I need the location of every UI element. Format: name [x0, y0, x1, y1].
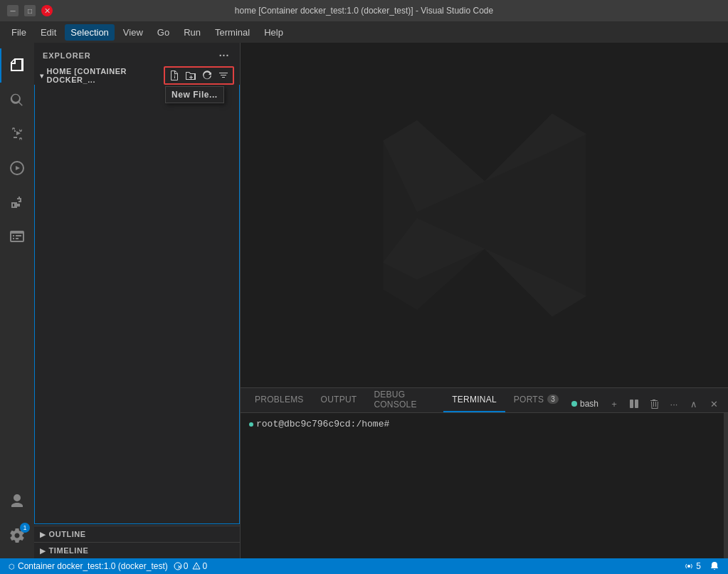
split-terminal-button[interactable]: [626, 395, 643, 412]
bash-label: bash: [567, 399, 603, 409]
tab-terminal[interactable]: TERMINAL: [443, 387, 505, 412]
warning-count: 0: [202, 561, 207, 571]
container-label: Container docker_test:1.0 (docker_test): [18, 561, 168, 571]
tree-root[interactable]: ▾ HOME [CONTAINER DOCKER_...: [34, 68, 240, 83]
prompt-dot: [249, 422, 253, 427]
menu-help[interactable]: Help: [258, 24, 289, 41]
bash-text: bash: [580, 399, 598, 409]
svg-rect-0: [630, 400, 633, 408]
explorer-tree: [34, 83, 240, 526]
notification-bell[interactable]: [707, 561, 722, 571]
svg-text:✕: ✕: [177, 564, 182, 570]
terminal-prompt: root@dbc9c796c9cd:/home#: [249, 419, 715, 429]
title-bar: ─ □ ✕ home [Container docker_test:1.0 (d…: [0, 0, 728, 21]
explorer-root-row: ▾ HOME [CONTAINER DOCKER_...: [34, 68, 240, 83]
editor-main: [241, 43, 728, 387]
menu-file[interactable]: File: [6, 24, 32, 41]
bash-status-dot: [571, 401, 577, 407]
main-area: 1 EXPLORER ··· ▾ HOME [CONTAINER DOCKER_…: [0, 43, 728, 558]
timeline-chevron: ▶: [40, 547, 46, 555]
error-icon: ✕: [174, 562, 182, 570]
activity-source-control[interactable]: [0, 117, 34, 151]
status-left: ⬡ Container docker_test:1.0 (docker_test…: [6, 561, 210, 571]
menu-terminal[interactable]: Terminal: [209, 24, 255, 41]
tab-output[interactable]: OUTPUT: [312, 387, 366, 412]
new-file-button[interactable]: [167, 68, 182, 83]
panel: PROBLEMS OUTPUT DEBUG CONSOLE TERMINAL P…: [241, 387, 728, 558]
more-actions-button[interactable]: ···: [217, 48, 231, 63]
sidebar: EXPLORER ··· ▾ HOME [CONTAINER DOCKER_..…: [34, 43, 241, 558]
menu-go[interactable]: Go: [152, 24, 175, 41]
svg-point-5: [687, 565, 690, 568]
window-title: home [Container docker_test:1.0 (docker_…: [64, 6, 664, 16]
status-right: 5: [682, 561, 722, 571]
activity-extensions[interactable]: [0, 185, 34, 219]
collapse-button[interactable]: [216, 68, 231, 83]
activity-run-debug[interactable]: [0, 151, 34, 185]
new-folder-button[interactable]: [183, 68, 199, 83]
menu-view[interactable]: View: [117, 24, 149, 41]
activity-accounts[interactable]: [0, 484, 34, 518]
panel-actions: bash + ··· ∧: [567, 395, 722, 412]
close-button[interactable]: ✕: [41, 5, 53, 16]
folder-title: HOME [CONTAINER DOCKER_...: [47, 67, 164, 84]
warning-icon: !: [192, 562, 201, 570]
close-panel-button[interactable]: ✕: [705, 395, 722, 412]
tab-ports[interactable]: PORTS 3: [505, 387, 567, 412]
outline-label: OUTLINE: [49, 530, 86, 538]
terminal-prompt-text: root@dbc9c796c9cd:/home#: [256, 419, 389, 429]
remote-count[interactable]: 5: [682, 561, 704, 571]
svg-rect-1: [635, 400, 638, 408]
remote-count-label: 5: [696, 561, 701, 571]
timeline-header[interactable]: ▶ TIMELINE: [34, 543, 240, 558]
panel-tabs: PROBLEMS OUTPUT DEBUG CONSOLE TERMINAL P…: [241, 388, 728, 413]
vscode-logo-watermark: [349, 80, 620, 350]
bell-icon: [709, 561, 719, 571]
activity-remote-explorer[interactable]: [0, 219, 34, 254]
new-file-tooltip: New File...: [165, 86, 224, 103]
timeline-label: TIMELINE: [49, 546, 89, 555]
maximize-button[interactable]: □: [24, 5, 36, 16]
container-icon: ⬡: [9, 563, 15, 570]
outline-chevron: ▶: [40, 531, 46, 538]
terminal-scrollbar[interactable]: [724, 413, 728, 558]
new-terminal-button[interactable]: +: [606, 395, 623, 412]
status-bar: ⬡ Container docker_test:1.0 (docker_test…: [0, 558, 728, 574]
icon-row-highlighted: New File...: [164, 66, 234, 85]
minimize-button[interactable]: ─: [7, 5, 19, 16]
timeline-section: ▶ TIMELINE: [34, 542, 240, 558]
more-actions-panel-button[interactable]: ···: [665, 395, 682, 412]
error-count: 0: [184, 561, 189, 571]
explorer-title: EXPLORER: [43, 51, 91, 60]
outline-section: ▶ OUTLINE: [34, 526, 240, 542]
settings-badge: 1: [20, 523, 30, 533]
outline-header[interactable]: ▶ OUTLINE: [34, 526, 240, 542]
menu-edit[interactable]: Edit: [35, 24, 62, 41]
menu-bar: File Edit Selection View Go Run Terminal…: [0, 21, 728, 43]
svg-text:!: !: [196, 565, 197, 570]
menu-selection[interactable]: Selection: [65, 24, 114, 41]
delete-terminal-button[interactable]: [645, 395, 663, 412]
menu-run[interactable]: Run: [178, 24, 206, 41]
activity-explorer[interactable]: [0, 48, 34, 83]
errors-item: ✕ 0: [174, 561, 189, 571]
editor-area: PROBLEMS OUTPUT DEBUG CONSOLE TERMINAL P…: [241, 43, 728, 558]
activity-settings[interactable]: 1: [0, 518, 34, 553]
tab-problems[interactable]: PROBLEMS: [246, 387, 312, 412]
errors-warnings[interactable]: ✕ 0 ! 0: [171, 561, 210, 571]
activity-search[interactable]: [0, 83, 34, 117]
warnings-item: ! 0: [192, 561, 207, 571]
sidebar-header-actions: ···: [217, 48, 231, 63]
sidebar-header: EXPLORER ···: [34, 43, 240, 68]
terminal-content[interactable]: root@dbc9c796c9cd:/home#: [241, 413, 724, 558]
maximize-panel-button[interactable]: ∧: [685, 395, 702, 412]
ports-badge: 3: [547, 395, 559, 404]
refresh-button[interactable]: [199, 68, 215, 83]
container-status[interactable]: ⬡ Container docker_test:1.0 (docker_test…: [6, 561, 171, 571]
tab-debug-console[interactable]: DEBUG CONSOLE: [365, 387, 443, 412]
activity-bar: 1: [0, 43, 34, 558]
broadcast-icon: [685, 562, 693, 570]
